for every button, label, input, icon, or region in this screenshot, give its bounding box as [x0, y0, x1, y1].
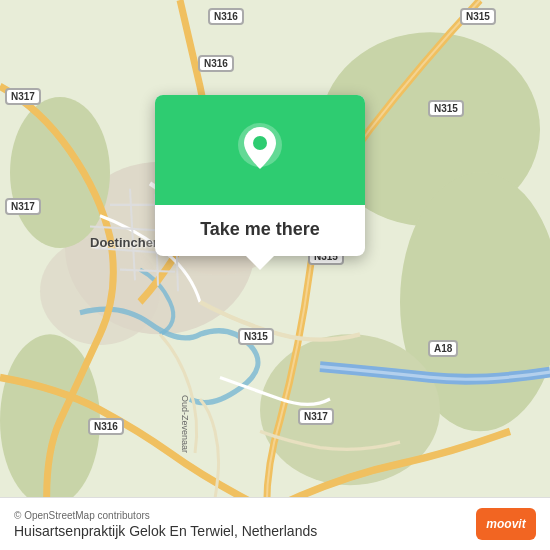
bottom-info: © OpenStreetMap contributors Huisartsenp… — [14, 510, 317, 539]
location-popup: Take me there — [155, 95, 365, 256]
popup-text-area[interactable]: Take me there — [155, 205, 365, 256]
road-badge-n316-upper: N316 — [198, 55, 234, 72]
road-badge-n317-bottom: N317 — [298, 408, 334, 425]
location-pin-icon — [238, 123, 282, 177]
road-badge-n316-top: N316 — [208, 8, 244, 25]
popup-cta-label: Take me there — [200, 219, 320, 240]
svg-point-17 — [253, 136, 267, 150]
popup-header — [155, 95, 365, 205]
area-label-oud-zevenaar: Oud-Zevenaar — [180, 395, 190, 453]
moovit-logo-image: moovit — [476, 508, 536, 540]
map-container: N315 N316 N317 N315 N317 N315 A18 N315 N… — [0, 0, 550, 550]
road-badge-n315-lower: N315 — [238, 328, 274, 345]
road-badge-a18: A18 — [428, 340, 458, 357]
bottom-bar: © OpenStreetMap contributors Huisartsenp… — [0, 497, 550, 550]
road-badge-n316-bottom: N316 — [88, 418, 124, 435]
road-badge-n317-left: N317 — [5, 88, 41, 105]
road-badge-n315-mid: N315 — [428, 100, 464, 117]
moovit-logo: moovit — [476, 508, 536, 540]
location-name: Huisartsenpraktijk Gelok En Terwiel, Net… — [14, 523, 317, 539]
map-attribution: © OpenStreetMap contributors — [14, 510, 317, 521]
road-badge-n315-top: N315 — [460, 8, 496, 25]
road-badge-n317-mid: N317 — [5, 198, 41, 215]
city-label-doetinchem: Doetinchem — [90, 235, 164, 250]
moovit-text: moovit — [486, 517, 525, 531]
svg-point-7 — [10, 97, 110, 248]
